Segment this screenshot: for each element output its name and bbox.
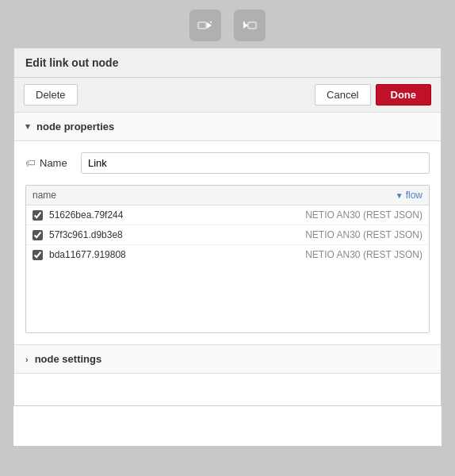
row-3-flow: NETIO AN30 (REST JSON) [305,249,422,260]
arrow-down-icon: ▼ [396,191,403,200]
name-field-row: 🏷 Name [25,152,430,174]
table-body: 51626bea.79f244 NETIO AN30 (REST JSON) 5… [26,205,429,332]
row-2-checkbox[interactable] [32,230,43,240]
col-flow-label: ▼ flow [396,190,422,201]
top-icons-area [189,0,266,48]
done-button[interactable]: Done [376,84,432,106]
row-1-id: 51626bea.79f244 [49,209,305,221]
name-field-label: 🏷 Name [25,157,81,169]
chevron-down-icon: ▾ [25,121,30,132]
col-name-label: name [32,190,56,201]
node-properties-section-header[interactable]: ▾ node properties [14,113,441,141]
table-row: bda11677.919808 NETIO AN30 (REST JSON) [26,245,429,264]
panel-toolbar: Delete Cancel Done [14,78,441,113]
tag-icon: 🏷 [25,157,36,169]
action-buttons: Cancel Done [315,84,431,106]
svg-rect-0 [198,22,206,29]
edit-panel: Edit link out node Delete Cancel Done ▾ … [13,48,442,406]
table-row: 51626bea.79f244 NETIO AN30 (REST JSON) [26,205,429,225]
link-out-icon-1 [189,10,221,41]
svg-marker-3 [243,22,248,29]
col-flow-text: flow [406,190,422,201]
name-input[interactable] [81,152,430,174]
node-settings-label: node settings [35,353,102,365]
panel-title: Edit link out node [25,56,118,69]
bottom-padding [14,374,441,405]
row-3-id: bda11677.919808 [49,249,305,260]
name-label-text: Name [40,157,67,169]
table-header: name ▼ flow [26,186,429,205]
row-2-id: 57f3c961.d9b3e8 [49,229,305,240]
row-2-flow: NETIO AN30 (REST JSON) [305,229,422,240]
panel-header: Edit link out node [14,48,441,78]
svg-marker-1 [207,22,212,29]
node-properties-label: node properties [36,121,114,132]
node-settings-section-header[interactable]: › node settings [14,345,441,374]
bottom-area [13,406,442,446]
nodes-table: name ▼ flow 51626bea.79f244 NETIO AN30 (… [25,185,430,333]
row-1-flow: NETIO AN30 (REST JSON) [305,209,422,221]
delete-button[interactable]: Delete [24,84,78,106]
link-out-icon-2 [234,10,266,41]
node-properties-body: 🏷 Name name ▼ flow 51626bea.79f244 NETIO… [14,141,441,345]
svg-rect-4 [248,22,256,29]
row-3-checkbox[interactable] [32,250,43,260]
table-row: 57f3c961.d9b3e8 NETIO AN30 (REST JSON) [26,225,429,245]
row-1-checkbox[interactable] [32,210,43,221]
chevron-right-icon: › [25,355,29,364]
cancel-button[interactable]: Cancel [315,84,370,106]
